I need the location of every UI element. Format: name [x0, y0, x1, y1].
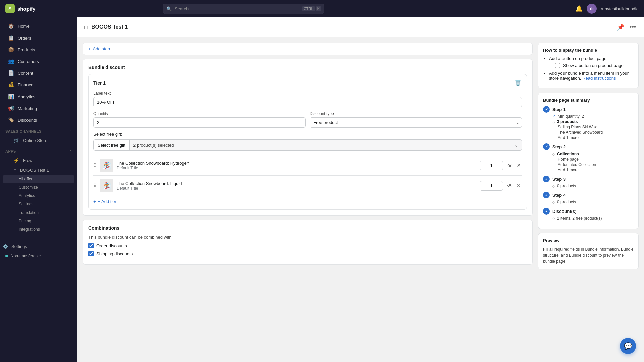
combinations-description: This bundle discount can be combined wit… — [88, 235, 527, 240]
diamond-icon: ◇ — [552, 217, 555, 220]
sidebar-item-home[interactable]: 🏠 Home — [3, 20, 74, 32]
drag-handle-icon[interactable]: ⠿ — [93, 163, 97, 168]
table-row: ⠿ 🏂 The Collection Snowboard: Liquid Def… — [93, 175, 522, 196]
sidebar-item-all-offers[interactable]: All offers — [3, 175, 74, 183]
pin-button[interactable]: 📌 — [615, 22, 626, 32]
bundle-summary-title: Bundle page summary — [543, 98, 634, 103]
list-item: Selling Plans Ski Wax — [552, 125, 634, 129]
expand-free-gift-button[interactable]: ⌄ — [511, 140, 522, 150]
order-discounts-checkbox-item[interactable]: Order discounts — [88, 243, 527, 248]
step-4-label: Step 4 — [552, 193, 566, 198]
shipping-discounts-checkbox-item[interactable]: Shipping discounts — [88, 251, 527, 256]
remove-product-button[interactable]: ✕ — [516, 161, 522, 169]
non-transferable-label: Non-transferable — [11, 254, 41, 258]
summary-step-1: ✓ Step 1 ✓ Min quantity: 2 ◇ 3 products — [543, 106, 634, 140]
sidebar-item-flow[interactable]: ⚡ Flow — [3, 155, 74, 165]
orders-icon: 📋 — [8, 35, 14, 41]
sidebar-item-analytics-sub[interactable]: Analytics — [3, 192, 74, 200]
more-button[interactable]: ••• — [628, 22, 637, 32]
tier-header: Tier 1 🗑️ — [93, 79, 522, 87]
detail-text: 0 products — [557, 184, 576, 188]
list-item: ◇ 0 products — [552, 184, 634, 188]
show-button-checkbox[interactable] — [555, 63, 560, 68]
integrations-label: Integrations — [19, 227, 40, 232]
show-button-checkbox-item[interactable]: Show a button on product page — [555, 63, 634, 68]
product-qty-input[interactable] — [480, 181, 503, 191]
sidebar-item-settings-sub[interactable]: Settings — [3, 200, 74, 208]
sidebar-item-finance[interactable]: 💰 Finance — [3, 79, 74, 90]
apps-section: Apps › — [0, 146, 77, 155]
finance-icon: 💰 — [8, 82, 14, 88]
sidebar-item-products[interactable]: 📦 Products — [3, 44, 74, 55]
sidebar-item-content[interactable]: 📄 Content — [3, 67, 74, 79]
brand-name: shopify — [17, 6, 35, 12]
drag-handle-icon[interactable]: ⠿ — [93, 183, 97, 188]
sidebar-item-integrations[interactable]: Integrations — [3, 225, 74, 233]
sidebar-item-orders[interactable]: 📋 Orders — [3, 32, 74, 44]
sales-channels-expand-icon[interactable]: › — [70, 129, 72, 134]
pricing-label: Pricing — [19, 219, 31, 223]
view-product-button[interactable]: 👁 — [506, 182, 514, 190]
product-name: The Collection Snowboard: Liquid — [117, 181, 476, 186]
step-1-header: ✓ Step 1 — [543, 106, 634, 113]
label-text-input[interactable] — [93, 97, 522, 107]
step-4-header: ✓ Step 4 — [543, 192, 634, 198]
free-gift-label: Select free gift: — [93, 132, 522, 137]
page-header: ◻ BOGOS Test 1 📌 ••• — [77, 17, 644, 37]
order-discounts-checkbox[interactable] — [88, 243, 94, 248]
shopify-icon: S — [5, 4, 15, 13]
view-product-button[interactable]: 👁 — [506, 162, 514, 169]
sidebar-item-online-store[interactable]: 🛒 Online Store — [3, 135, 74, 145]
search-input[interactable] — [163, 4, 324, 14]
k-key: K — [316, 6, 321, 11]
how-to-display-title: How to display the bundle — [543, 48, 634, 53]
list-item: And 1 more — [552, 135, 634, 140]
detail-text: And 1 more — [558, 168, 579, 172]
selected-count: 2 product(s) selected — [130, 140, 511, 150]
tier-1-container: Tier 1 🗑️ Label text Quantity — [88, 74, 527, 210]
sidebar-item-marketing[interactable]: 📢 Marketing — [3, 103, 74, 114]
summary-discounts: ✓ Discount(s) ◇ 2 items, 2 free product(… — [543, 208, 634, 221]
search-bar: 🔍 CTRL K — [163, 4, 324, 14]
apps-expand-icon[interactable]: › — [70, 148, 72, 154]
sidebar-item-pricing[interactable]: Pricing — [3, 217, 74, 225]
delete-tier-button[interactable]: 🗑️ — [514, 79, 522, 87]
search-shortcut: CTRL K — [302, 6, 321, 11]
detail-text: Min quantity: 2 — [558, 114, 584, 119]
discount-type-select[interactable]: Free product Percentage Fixed amount — [310, 117, 522, 128]
free-gift-selector: Select free gift 2 product(s) selected ⌄ — [93, 139, 522, 151]
discount-type-label: Discount type — [310, 111, 522, 116]
sidebar: 🏠 Home 📋 Orders 📦 Products 👥 Customers 📄… — [0, 17, 77, 362]
show-button-label: Show a button on product page — [563, 63, 624, 68]
sidebar-item-bogos[interactable]: ◻ BOGOS Test 1 — [3, 166, 74, 175]
list-item: Home page — [552, 157, 634, 162]
detail-text: Automated Collection — [558, 162, 596, 167]
brand-logo[interactable]: S shopify — [5, 4, 35, 13]
sidebar-item-translation[interactable]: Translation — [3, 208, 74, 217]
list-item: Automated Collection — [552, 162, 634, 167]
shipping-discounts-checkbox[interactable] — [88, 251, 94, 256]
add-tier-button[interactable]: + + Add tier — [93, 196, 522, 205]
sidebar-item-customize[interactable]: Customize — [3, 183, 74, 191]
quantity-input[interactable] — [93, 117, 306, 128]
sidebar-item-label: Marketing — [18, 106, 37, 111]
add-step-button[interactable]: + Add step — [83, 43, 533, 55]
step-2-header: ✓ Step 2 — [543, 143, 634, 150]
chat-button[interactable]: 💬 — [620, 338, 636, 354]
detail-text: 3 products — [557, 119, 578, 124]
plus-icon: + — [93, 199, 96, 204]
select-free-gift-button[interactable]: Select free gift — [94, 140, 130, 150]
customers-icon: 👥 — [8, 58, 14, 64]
notification-icon[interactable]: 🔔 — [575, 5, 583, 12]
remove-product-button[interactable]: ✕ — [516, 182, 522, 190]
step-check-icon: ✓ — [543, 176, 550, 182]
product-variant: Default Title — [117, 186, 476, 191]
read-instructions-link[interactable]: Read instructions — [582, 76, 616, 81]
sidebar-item-settings[interactable]: ⚙️ Settings — [0, 242, 77, 251]
product-qty-input[interactable] — [480, 161, 503, 170]
sidebar-item-analytics[interactable]: 📊 Analytics — [3, 91, 74, 102]
sidebar-item-customers[interactable]: 👥 Customers — [3, 56, 74, 67]
avatar[interactable]: rb — [587, 4, 597, 14]
detail-text: And 1 more — [558, 135, 579, 140]
sidebar-item-discounts[interactable]: 🏷️ Discounts — [3, 114, 74, 126]
